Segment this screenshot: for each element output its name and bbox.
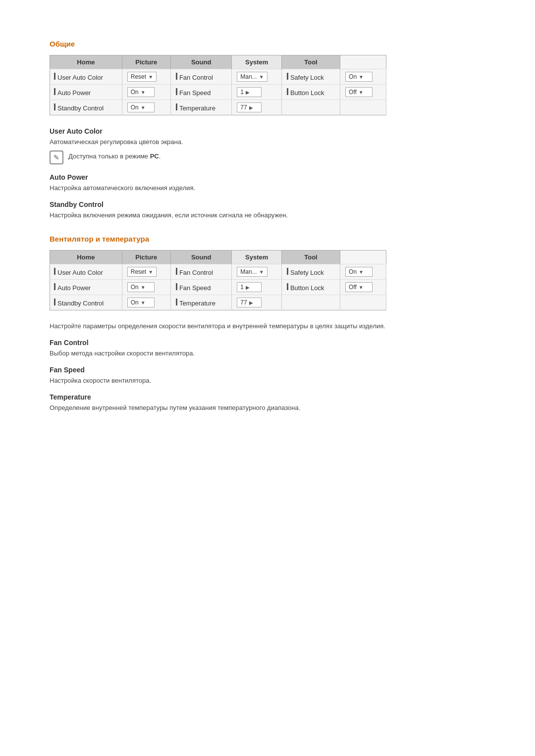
item-name-temperature: Temperature bbox=[50, 393, 485, 401]
note-icon: ✎ bbox=[50, 151, 63, 164]
item-desc-fan-control: Выбор метода настройки скорости вентилят… bbox=[50, 350, 485, 357]
temperature-stepper-1[interactable]: 77 ▶ bbox=[237, 102, 262, 112]
chevron-down-icon: ▼ bbox=[141, 90, 146, 95]
s2-row2-col2-label: Fan Speed bbox=[170, 280, 231, 295]
user-auto-color-select-1[interactable]: Reset ▼ bbox=[127, 72, 157, 82]
chevron-down-icon: ▼ bbox=[141, 300, 146, 305]
auto-power-select-1[interactable]: On ▼ bbox=[127, 87, 155, 97]
s2-row1-col3-label: Safety Lock bbox=[281, 264, 340, 280]
auto-power-select-2[interactable]: On ▼ bbox=[127, 282, 155, 292]
s2-row3-col3-label bbox=[281, 295, 340, 310]
user-auto-color-select-2[interactable]: Reset ▼ bbox=[127, 267, 157, 277]
row3-col1-label: Standby Control bbox=[50, 100, 122, 115]
row1-col1-ctrl[interactable]: Reset ▼ bbox=[122, 69, 170, 85]
standby-control-select-2[interactable]: On ▼ bbox=[127, 298, 155, 307]
item-bar-icon bbox=[176, 88, 177, 95]
row1-col2-ctrl[interactable]: Man... ▼ bbox=[232, 69, 282, 85]
row2-col1-ctrl[interactable]: On ▼ bbox=[122, 85, 170, 100]
item-bar-icon bbox=[176, 299, 177, 305]
s2-row3-col1-ctrl[interactable]: On ▼ bbox=[122, 295, 170, 310]
table-row: User Auto Color Reset ▼ Fan Control Man.… bbox=[50, 69, 386, 85]
menu-table-2: Home Picture Sound System Tool User Auto… bbox=[50, 250, 386, 310]
item-bar-icon bbox=[176, 103, 177, 110]
chevron-down-icon: ▼ bbox=[148, 269, 153, 275]
s2-row1-col3-ctrl[interactable]: On ▼ bbox=[340, 264, 386, 280]
s2-row2-col2-ctrl[interactable]: 1 ▶ bbox=[232, 280, 282, 295]
row1-col3-ctrl[interactable]: On ▼ bbox=[340, 69, 386, 85]
fan-control-select-1[interactable]: Man... ▼ bbox=[237, 72, 267, 82]
row2-col1-label: Auto Power bbox=[50, 85, 122, 100]
row3-col2-ctrl[interactable]: 77 ▶ bbox=[232, 100, 282, 115]
standby-control-select-1[interactable]: On ▼ bbox=[127, 102, 155, 112]
table-row: Auto Power On ▼ Fan Speed 1 ▶ bbox=[50, 85, 386, 100]
tab-system-1[interactable]: System bbox=[232, 55, 282, 69]
row2-col3-ctrl[interactable]: Off ▼ bbox=[340, 85, 386, 100]
s2-row2-col1-ctrl[interactable]: On ▼ bbox=[122, 280, 170, 295]
chevron-down-icon: ▼ bbox=[259, 74, 264, 80]
item-bar-icon bbox=[54, 73, 55, 80]
item-bar-icon bbox=[287, 283, 288, 290]
row3-col1-ctrl[interactable]: On ▼ bbox=[122, 100, 170, 115]
fan-speed-stepper-2[interactable]: 1 ▶ bbox=[237, 282, 262, 292]
chevron-down-icon: ▼ bbox=[141, 105, 146, 110]
item-desc-standby-control: Настройка включения режима ожидания, есл… bbox=[50, 211, 485, 219]
item-bar-icon bbox=[287, 73, 288, 80]
section2-desc: Настройте параметры определения скорости… bbox=[50, 322, 485, 330]
temperature-stepper-2[interactable]: 77 ▶ bbox=[237, 298, 262, 307]
row2-col3-label: Button Lock bbox=[281, 85, 340, 100]
item-bar-icon bbox=[54, 268, 55, 275]
tab-sound-1[interactable]: Sound bbox=[170, 55, 231, 69]
fan-speed-stepper-1[interactable]: 1 ▶ bbox=[237, 87, 262, 97]
row2-col2-ctrl[interactable]: 1 ▶ bbox=[232, 85, 282, 100]
chevron-down-icon: ▼ bbox=[359, 285, 364, 290]
tab-tool-1[interactable]: Tool bbox=[281, 55, 340, 69]
chevron-down-icon: ▼ bbox=[359, 269, 364, 275]
tab-home-1[interactable]: Home bbox=[50, 55, 122, 69]
s2-row1-col2-label: Fan Control bbox=[170, 264, 231, 280]
table-row: Auto Power On ▼ Fan Speed 1 ▶ bbox=[50, 280, 386, 295]
item-desc-auto-power: Настройка автоматического включения изде… bbox=[50, 184, 485, 192]
item-desc-temperature: Определение внутренней температуры путем… bbox=[50, 404, 485, 411]
tab-picture-1[interactable]: Picture bbox=[122, 55, 170, 69]
s2-row1-col1-label: User Auto Color bbox=[50, 264, 122, 280]
note-text: Доступна только в режиме PC. bbox=[68, 151, 160, 160]
safety-lock-select-1[interactable]: On ▼ bbox=[345, 72, 373, 82]
tab-home-2[interactable]: Home bbox=[50, 251, 122, 264]
item-name-user-auto-color: User Auto Color bbox=[50, 127, 485, 135]
tab-row-2: Home Picture Sound System Tool bbox=[50, 251, 386, 264]
item-bar-icon bbox=[176, 268, 177, 275]
button-lock-select-2[interactable]: Off ▼ bbox=[345, 282, 373, 292]
arrow-right-icon: ▶ bbox=[249, 105, 253, 110]
fan-control-select-2[interactable]: Man... ▼ bbox=[237, 267, 267, 277]
arrow-right-icon: ▶ bbox=[246, 90, 250, 95]
row2-col2-label: Fan Speed bbox=[170, 85, 231, 100]
item-bar-icon bbox=[287, 88, 288, 95]
tab-sound-2[interactable]: Sound bbox=[170, 251, 231, 264]
chevron-down-icon: ▼ bbox=[148, 74, 153, 80]
item-name-fan-speed: Fan Speed bbox=[50, 366, 485, 374]
item-desc-user-auto-color: Автоматическая регулировка цветов экрана… bbox=[50, 138, 485, 146]
row1-col3-label: Safety Lock bbox=[281, 69, 340, 85]
s2-row2-col1-label: Auto Power bbox=[50, 280, 122, 295]
tab-tool-2[interactable]: Tool bbox=[281, 251, 340, 264]
button-lock-select-1[interactable]: Off ▼ bbox=[345, 87, 373, 97]
tab-system-2[interactable]: System bbox=[232, 251, 282, 264]
chevron-down-icon: ▼ bbox=[359, 90, 364, 95]
s2-row1-col1-ctrl[interactable]: Reset ▼ bbox=[122, 264, 170, 280]
row3-col3-label bbox=[281, 100, 340, 115]
chevron-down-icon: ▼ bbox=[141, 285, 146, 290]
section1-title: Общие bbox=[50, 40, 485, 48]
s2-row3-col2-ctrl[interactable]: 77 ▶ bbox=[232, 295, 282, 310]
item-bar-icon bbox=[287, 268, 288, 275]
item-bar-icon bbox=[176, 283, 177, 290]
safety-lock-select-2[interactable]: On ▼ bbox=[345, 267, 373, 277]
tab-picture-2[interactable]: Picture bbox=[122, 251, 170, 264]
s2-row1-col2-ctrl[interactable]: Man... ▼ bbox=[232, 264, 282, 280]
s2-row2-col3-ctrl[interactable]: Off ▼ bbox=[340, 280, 386, 295]
row1-col2-label: Fan Control bbox=[170, 69, 231, 85]
item-bar-icon bbox=[54, 283, 55, 290]
item-bar-icon bbox=[54, 103, 55, 110]
table-row: User Auto Color Reset ▼ Fan Control Man.… bbox=[50, 264, 386, 280]
chevron-down-icon: ▼ bbox=[359, 74, 364, 80]
row3-col2-label: Temperature bbox=[170, 100, 231, 115]
